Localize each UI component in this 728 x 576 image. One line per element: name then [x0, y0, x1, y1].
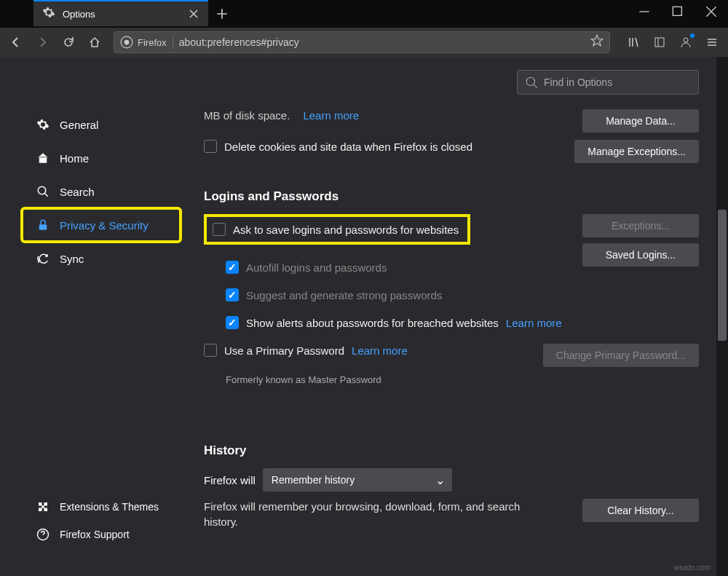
ask-save-checkbox[interactable]	[213, 223, 226, 236]
history-mode-select[interactable]: Remember history	[263, 468, 452, 492]
select-value: Remember history	[272, 474, 355, 486]
firefox-icon	[120, 36, 133, 49]
manage-exceptions-button[interactable]: Manage Exceptions...	[574, 140, 699, 163]
nav-toolbar: Firefox about:preferences#privacy	[0, 28, 728, 57]
account-button[interactable]	[674, 31, 697, 54]
window-controls	[628, 0, 728, 23]
find-in-options-input[interactable]: Find in Options	[517, 70, 699, 95]
titlebar: Options	[0, 0, 728, 28]
section-title: Logins and Passwords	[204, 189, 699, 204]
back-button[interactable]	[4, 31, 28, 54]
new-tab-button[interactable]	[211, 3, 233, 25]
ask-save-highlight: Ask to save logins and passwords for web…	[204, 214, 470, 245]
sidebar-item-label: Search	[60, 186, 95, 198]
gear-icon	[42, 6, 55, 22]
scrollbar-track[interactable]	[716, 57, 728, 576]
svg-point-8	[526, 77, 534, 85]
close-icon[interactable]	[188, 8, 199, 20]
history-description: Firefox will remember your browsing, dow…	[204, 499, 553, 529]
watermark: wsxdn.com	[674, 564, 711, 572]
primary-learn-link[interactable]: Learn more	[352, 344, 408, 357]
svg-rect-3	[655, 38, 664, 47]
preferences-main: Find in Options MB of disk space. Learn …	[189, 57, 728, 576]
close-window-button[interactable]	[695, 0, 728, 23]
url-text: about:preferences#privacy	[179, 36, 585, 48]
suggest-label: Suggest and generate strong passwords	[246, 289, 442, 301]
sync-icon	[36, 252, 50, 265]
change-primary-button[interactable]: Change Primary Password...	[543, 344, 699, 367]
puzzle-icon	[36, 500, 50, 513]
reload-button[interactable]	[57, 31, 80, 54]
disk-space-text: MB of disk space.	[204, 109, 290, 122]
sidebar-item-label: Privacy & Security	[60, 219, 149, 232]
primary-password-checkbox[interactable]	[204, 344, 217, 357]
sidebar-item-label: Firefox Support	[60, 529, 130, 540]
suggest-checkbox[interactable]	[226, 288, 239, 301]
sidebar-button[interactable]	[648, 31, 671, 54]
sidebar-item-label: General	[60, 119, 98, 131]
gear-icon	[36, 118, 50, 131]
svg-point-4	[684, 38, 688, 42]
home-button[interactable]	[83, 31, 106, 54]
delete-cookies-checkbox[interactable]	[204, 140, 217, 153]
forward-button[interactable]	[31, 31, 54, 54]
minimize-button[interactable]	[628, 0, 661, 23]
logins-section: Logins and Passwords Ask to save logins …	[204, 189, 699, 385]
sidebar-item-privacy[interactable]: Privacy & Security	[22, 208, 181, 242]
help-icon	[36, 528, 50, 541]
url-bar[interactable]: Firefox about:preferences#privacy	[114, 31, 610, 53]
identity-label: Firefox	[138, 37, 167, 48]
browser-tab[interactable]: Options	[33, 0, 208, 26]
cookies-section: MB of disk space. Learn more Manage Data…	[204, 109, 699, 163]
scrollbar-thumb[interactable]	[718, 210, 727, 341]
search-placeholder: Find in Options	[544, 76, 612, 88]
sidebar-item-label: Sync	[60, 253, 84, 265]
alerts-checkbox[interactable]	[226, 316, 239, 329]
sidebar-item-label: Extensions & Themes	[60, 501, 159, 513]
search-icon	[36, 185, 50, 198]
section-title: History	[204, 443, 699, 458]
sidebar-item-label: Home	[60, 152, 89, 165]
manage-data-button[interactable]: Manage Data...	[582, 109, 699, 133]
svg-point-2	[124, 40, 130, 45]
autofill-label: Autofill logins and passwords	[246, 261, 387, 274]
tab-title: Options	[63, 9, 181, 20]
svg-rect-0	[673, 7, 681, 15]
autofill-checkbox[interactable]	[226, 261, 239, 274]
sidebar-item-general[interactable]: General	[22, 108, 181, 141]
history-section: History Firefox will Remember history Fi…	[204, 443, 699, 529]
learn-more-link[interactable]: Learn more	[303, 109, 359, 122]
sidebar-item-support[interactable]: Firefox Support	[22, 521, 181, 548]
lock-icon	[36, 218, 50, 232]
sidebar-item-home[interactable]: Home	[22, 141, 181, 175]
home-icon	[36, 151, 50, 165]
clear-history-button[interactable]: Clear History...	[582, 499, 699, 522]
menu-button[interactable]	[700, 31, 724, 54]
svg-point-5	[38, 186, 46, 194]
sidebar-item-search[interactable]: Search	[22, 175, 181, 208]
alerts-learn-link[interactable]: Learn more	[506, 317, 562, 329]
sidebar-item-sync[interactable]: Sync	[22, 242, 181, 275]
search-icon	[525, 76, 538, 89]
primary-password-label: Use a Primary Password	[224, 344, 344, 357]
bookmark-star-icon[interactable]	[590, 34, 604, 50]
alerts-label: Show alerts about passwords for breached…	[246, 317, 499, 329]
history-will-label: Firefox will	[204, 474, 256, 486]
maximize-button[interactable]	[661, 0, 695, 23]
ask-save-label: Ask to save logins and passwords for web…	[233, 224, 459, 236]
preferences-sidebar: General Home Search Privacy & Security S…	[0, 57, 189, 576]
delete-cookies-label: Delete cookies and site data when Firefo…	[224, 141, 472, 153]
formerly-text: Formerly known as Master Password	[226, 374, 699, 385]
svg-rect-6	[39, 224, 47, 230]
site-identity[interactable]: Firefox	[120, 36, 173, 49]
saved-logins-button[interactable]: Saved Logins...	[582, 243, 699, 267]
exceptions-button[interactable]: Exceptions...	[582, 214, 699, 237]
library-button[interactable]	[622, 31, 645, 54]
sidebar-item-extensions[interactable]: Extensions & Themes	[22, 493, 181, 521]
